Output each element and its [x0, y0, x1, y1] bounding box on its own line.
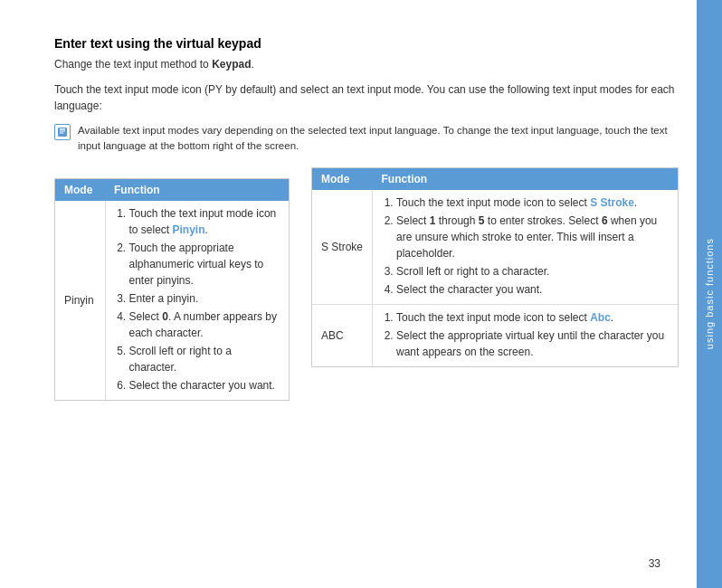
list-item: Select 0. A number appears by each chara…: [129, 308, 280, 341]
list-item: Select the character you want.: [396, 281, 669, 298]
function-cell-pinyin: Touch the text input mode icon to select…: [105, 201, 289, 400]
mode-cell-pinyin: Pinyin: [55, 201, 105, 400]
svg-rect-1: [60, 131, 65, 132]
mode-cell-sstroke: S Stroke: [312, 190, 373, 305]
abc-highlight: Abc: [590, 311, 611, 324]
table-row: S Stroke Touch the text input mode icon …: [312, 190, 678, 305]
table-row: ABC Touch the text input mode icon to se…: [312, 304, 678, 366]
left-header-mode: Mode: [55, 179, 105, 201]
intro-text-end: .: [251, 58, 253, 71]
right-sidebar: using basic functions: [697, 0, 722, 588]
svg-rect-0: [60, 128, 65, 130]
right-table-header-row: Mode Function: [312, 168, 678, 190]
note-icon-inner: [58, 128, 67, 137]
left-header-function: Function: [105, 179, 289, 201]
table-row: Pinyin Touch the text input mode icon to…: [55, 201, 289, 400]
bold-5: 5: [479, 214, 485, 227]
right-mode-table: Mode Function S Stroke Touch the text in…: [312, 168, 678, 366]
sstroke-steps: Touch the text input mode icon to select…: [382, 194, 669, 298]
list-item: Touch the text input mode icon to select…: [396, 309, 669, 326]
list-item: Scroll left or right to a character.: [396, 263, 669, 280]
sidebar-label: using basic functions: [704, 238, 715, 349]
list-item: Touch the appropriate alphanumeric virtu…: [129, 240, 280, 289]
abc-steps: Touch the text input mode icon to select…: [382, 309, 669, 360]
intro-paragraph: Change the text input method to Keypad.: [54, 56, 679, 72]
list-item: Touch the text input mode icon to select…: [129, 205, 280, 238]
right-table: Mode Function S Stroke Touch the text in…: [311, 167, 679, 367]
function-cell-sstroke: Touch the text input mode icon to select…: [373, 190, 678, 305]
page-number: 33: [649, 557, 660, 570]
mode-cell-abc: ABC: [312, 304, 373, 366]
sstroke-highlight: S Stroke: [590, 196, 634, 209]
intro-text-start: Change the text input method to: [54, 58, 212, 71]
page-heading: Enter text using the virtual keypad: [54, 36, 679, 51]
right-section: Mode Function S Stroke Touch the text in…: [311, 167, 679, 401]
left-table-header-row: Mode Function: [55, 179, 289, 201]
list-item: Touch the text input mode icon to select…: [396, 194, 669, 211]
note-icon: [54, 124, 71, 140]
left-mode-table: Mode Function Pinyin Touch the text inpu…: [55, 179, 289, 400]
bold-1: 1: [430, 214, 436, 227]
main-content: Enter text using the virtual keypad Chan…: [0, 0, 697, 588]
bold-0: 0: [162, 310, 168, 323]
right-header-mode: Mode: [312, 168, 373, 190]
list-item: Select 1 through 5 to enter strokes. Sel…: [396, 213, 669, 261]
list-item: Select the appropriate virtual key until…: [396, 327, 669, 360]
left-table: Mode Function Pinyin Touch the text inpu…: [54, 178, 290, 401]
list-item: Select the character you want.: [129, 377, 280, 394]
content-area: Mode Function Pinyin Touch the text inpu…: [54, 167, 679, 401]
function-cell-abc: Touch the text input mode icon to select…: [373, 304, 678, 366]
note-box: Available text input modes vary dependin…: [54, 123, 679, 155]
pinyin-steps: Touch the text input mode icon to select…: [115, 205, 280, 394]
svg-rect-2: [60, 133, 63, 134]
left-section: Mode Function Pinyin Touch the text inpu…: [54, 167, 290, 401]
intro-bold: Keypad: [212, 58, 251, 71]
right-header-function: Function: [373, 168, 678, 190]
list-item: Scroll left or right to a character.: [129, 343, 280, 375]
pinyin-highlight: Pinyin: [173, 223, 205, 236]
list-item: Enter a pinyin.: [129, 290, 280, 307]
bold-6: 6: [602, 214, 608, 227]
note-text: Available text input modes vary dependin…: [78, 123, 679, 155]
body-paragraph: Touch the text input mode icon (PY by de…: [54, 81, 679, 114]
